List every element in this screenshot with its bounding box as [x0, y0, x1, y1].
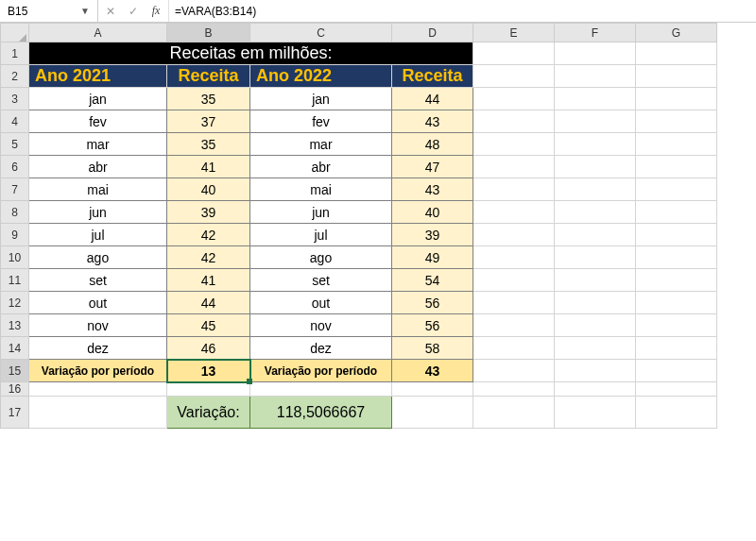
cell[interactable] — [636, 201, 717, 224]
month-2022[interactable]: jun — [250, 201, 392, 224]
cell[interactable] — [473, 397, 555, 429]
value-2021[interactable]: 37 — [167, 110, 250, 133]
cell[interactable] — [392, 397, 473, 429]
cell[interactable] — [555, 382, 636, 397]
value-2021[interactable]: 40 — [167, 178, 250, 201]
row-header-4[interactable]: 4 — [1, 110, 29, 133]
cell[interactable] — [473, 110, 555, 133]
cell[interactable] — [555, 224, 636, 246]
value-2022[interactable]: 56 — [392, 314, 473, 337]
month-2021[interactable]: dez — [29, 337, 167, 360]
col-header-B[interactable]: B — [167, 24, 250, 42]
cell[interactable] — [473, 292, 555, 314]
header-receita-2[interactable]: Receita — [392, 65, 473, 88]
value-2021[interactable]: 42 — [167, 224, 250, 246]
cell[interactable] — [636, 224, 717, 246]
cell[interactable] — [473, 224, 555, 246]
value-2022[interactable]: 49 — [392, 246, 473, 269]
enter-icon[interactable]: ✓ — [125, 3, 142, 20]
month-2022[interactable]: nov — [250, 314, 392, 337]
month-2021[interactable]: abr — [29, 156, 167, 178]
cell[interactable] — [473, 337, 555, 360]
row-header-1[interactable]: 1 — [1, 42, 29, 65]
month-2022[interactable]: mar — [250, 133, 392, 156]
value-2022[interactable]: 56 — [392, 292, 473, 314]
cell[interactable] — [29, 382, 167, 397]
row-header-3[interactable]: 3 — [1, 88, 29, 110]
cell[interactable] — [555, 178, 636, 201]
cell[interactable] — [555, 292, 636, 314]
value-2022[interactable]: 39 — [392, 224, 473, 246]
month-2021[interactable]: fev — [29, 110, 167, 133]
row-header-5[interactable]: 5 — [1, 133, 29, 156]
value-2021[interactable]: 35 — [167, 133, 250, 156]
var-label-2[interactable]: Variação por período — [250, 360, 392, 382]
value-2021[interactable]: 41 — [167, 156, 250, 178]
cell[interactable] — [636, 178, 717, 201]
row-header-13[interactable]: 13 — [1, 314, 29, 337]
month-2021[interactable]: nov — [29, 314, 167, 337]
title-cell[interactable]: Receitas em milhões: — [29, 42, 473, 65]
cell[interactable] — [555, 156, 636, 178]
cell[interactable] — [555, 397, 636, 429]
month-2022[interactable]: out — [250, 292, 392, 314]
cell[interactable] — [636, 42, 717, 65]
col-header-E[interactable]: E — [473, 24, 555, 42]
value-2022[interactable]: 54 — [392, 269, 473, 292]
value-2021[interactable]: 44 — [167, 292, 250, 314]
col-header-D[interactable]: D — [392, 24, 473, 42]
select-all-corner[interactable] — [1, 24, 29, 42]
cell[interactable] — [636, 382, 717, 397]
col-header-F[interactable]: F — [555, 24, 636, 42]
value-2022[interactable]: 43 — [392, 110, 473, 133]
row-header-12[interactable]: 12 — [1, 292, 29, 314]
cell[interactable] — [636, 65, 717, 88]
cell[interactable] — [636, 156, 717, 178]
month-2022[interactable]: mai — [250, 178, 392, 201]
cell[interactable] — [473, 133, 555, 156]
row-header-15[interactable]: 15 — [1, 360, 29, 382]
value-2021[interactable]: 35 — [167, 88, 250, 110]
value-2021[interactable]: 46 — [167, 337, 250, 360]
cell[interactable] — [555, 88, 636, 110]
cell[interactable] — [29, 397, 167, 429]
cell[interactable] — [555, 360, 636, 382]
cell[interactable] — [636, 292, 717, 314]
cell[interactable] — [473, 246, 555, 269]
cell[interactable] — [636, 397, 717, 429]
variation-label[interactable]: Variação: — [167, 397, 250, 429]
row-header-7[interactable]: 7 — [1, 178, 29, 201]
month-2021[interactable]: ago — [29, 246, 167, 269]
cell[interactable] — [636, 314, 717, 337]
month-2022[interactable]: set — [250, 269, 392, 292]
value-2022[interactable]: 47 — [392, 156, 473, 178]
cancel-icon[interactable]: ✕ — [102, 3, 119, 20]
chevron-down-icon[interactable]: ▼ — [77, 6, 94, 16]
cell[interactable] — [555, 65, 636, 88]
month-2021[interactable]: jul — [29, 224, 167, 246]
cell[interactable] — [473, 201, 555, 224]
header-ano2022[interactable]: Ano 2022 — [250, 65, 392, 88]
month-2021[interactable]: jan — [29, 88, 167, 110]
value-2021[interactable]: 42 — [167, 246, 250, 269]
col-header-G[interactable]: G — [636, 24, 717, 42]
value-2021[interactable]: 45 — [167, 314, 250, 337]
cell[interactable] — [636, 110, 717, 133]
row-header-16[interactable]: 16 — [1, 382, 29, 397]
cell[interactable] — [555, 314, 636, 337]
variation-value[interactable]: 118,5066667 — [250, 397, 392, 429]
cell[interactable] — [473, 178, 555, 201]
value-2022[interactable]: 43 — [392, 178, 473, 201]
var-label-1[interactable]: Variação por período — [29, 360, 167, 382]
row-header-9[interactable]: 9 — [1, 224, 29, 246]
row-header-6[interactable]: 6 — [1, 156, 29, 178]
value-2022[interactable]: 40 — [392, 201, 473, 224]
var-value-1[interactable]: 13 — [167, 360, 250, 382]
month-2021[interactable]: set — [29, 269, 167, 292]
cell[interactable] — [250, 382, 392, 397]
cell[interactable] — [473, 269, 555, 292]
row-header-11[interactable]: 11 — [1, 269, 29, 292]
cell[interactable] — [473, 65, 555, 88]
cell[interactable] — [167, 382, 250, 397]
cell[interactable] — [555, 337, 636, 360]
